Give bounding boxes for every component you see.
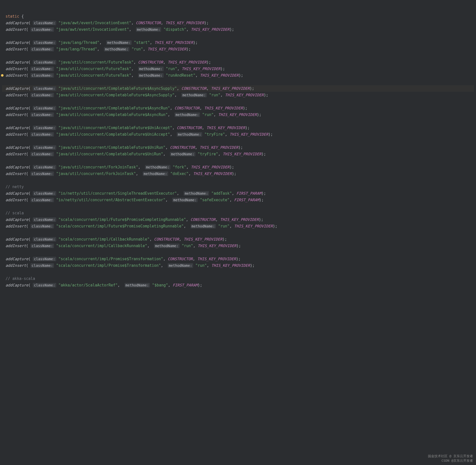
code-line: addCapture( className: "scala/concurrent… [2,236,474,243]
string-literal: "java/lang/Thread" [56,47,97,51]
string-literal: "safeExecute" [200,198,229,202]
param-label-classname: className: [31,244,54,248]
param-label-classname: className: [33,257,56,261]
code-line: addCapture( className: "java/util/concur… [2,125,474,131]
string-literal: "java/util/concurrent/FutureTask" [56,67,131,71]
string-literal: "scala/concurrent/impl/Promise$Transform… [58,257,163,261]
param-label-classname: className: [33,191,56,196]
param-label-methodname: methodName: [136,27,161,32]
code-line [2,203,474,210]
string-literal: "run" [132,47,143,51]
constant-provider: THIS_KEY_PROVIDER [198,244,236,248]
code-line [2,157,474,164]
constant-provider: THIS_KEY_PROVIDER [204,106,243,110]
param-label-methodname: methodName: [104,47,129,51]
constant-provider: THIS_KEY_PROVIDER [191,165,230,169]
code-line: addCapture( className: "scala/concurrent… [2,256,474,262]
string-literal: "java/util/concurrent/CompletableFuture$… [58,86,177,91]
code-line: // netty [2,184,474,190]
string-literal: "runAndReset" [166,73,195,78]
function-call: addCapture [6,126,28,130]
param-label-methodname: methodName: [154,244,180,248]
code-line [2,52,474,59]
function-call: addInsert [6,171,26,176]
string-literal: "$bang" [152,283,168,287]
constant-provider: THIS_KEY_PROVIDER [200,145,239,150]
param-label-classname: className: [33,40,56,45]
function-call: addCapture [6,60,28,65]
string-literal: "scala/concurrent/impl/CallbackRunnable" [56,244,147,248]
param-label-methodname: methodName: [125,283,150,287]
string-literal: "java/util/concurrent/CompletableFuture$… [56,132,170,137]
gutter-bulb-icon[interactable] [1,74,4,77]
string-literal: "io/netty/util/concurrent/SingleThreadEv… [58,191,177,196]
param-label-classname: className: [33,60,56,65]
constant-provider: THIS_KEY_PROVIDER [182,67,221,71]
string-literal: "addTask" [211,191,232,196]
code-editor[interactable]: static {addCapture( className: "java/awt… [0,0,476,297]
param-label-methodname: methodName: [106,40,132,45]
constant-provider: THIS_KEY_PROVIDER [165,21,204,25]
function-call: addInsert [6,73,26,78]
constant-constructor: CONSTRUCTOR [168,257,193,261]
string-literal: "akka/actor/ScalaActorRef" [58,283,118,287]
string-literal: "run" [195,263,207,268]
string-literal: "run" [218,224,229,228]
code-line [2,269,474,275]
param-label-classname: className: [33,165,56,169]
code-comment: // netty [6,185,24,189]
string-literal: "java/util/concurrent/CompletableFuture$… [58,145,165,150]
param-label-classname: className: [31,152,54,156]
constant-provider: FIRST_PARAM [236,191,261,196]
string-literal: "scala/concurrent/impl/Future$PromiseCom… [58,217,186,222]
constant-provider: THIS_KEY_PROVIDER [211,263,250,268]
function-call: addInsert [6,47,26,51]
param-label-classname: className: [31,112,54,117]
param-label-classname: className: [33,237,56,242]
function-call: addInsert [6,132,26,137]
string-literal: "java/util/concurrent/FutureTask" [58,60,134,65]
param-label-classname: className: [31,224,54,228]
function-call: addCapture [6,40,28,45]
constant-constructor: CONSTRUCTOR [170,145,195,150]
function-call: addInsert [6,198,26,202]
code-line: addCapture( className: "java/lang/Thread… [2,39,474,46]
string-literal: "java/util/concurrent/CompletableFuture$… [58,126,172,130]
function-call: addCapture [6,237,28,242]
param-label-classname: className: [33,145,56,150]
code-line: // akka-scala [2,275,474,282]
param-label-classname: className: [31,47,54,51]
constant-provider: THIS_KEY_PROVIDER [206,126,245,130]
string-literal: "dispatch" [164,27,186,32]
string-literal: "run" [182,244,193,248]
string-literal: "scala/concurrent/impl/Future$PromiseCom… [56,224,184,228]
constant-constructor: CONSTRUCTOR [154,237,179,242]
string-literal: "java/util/concurrent/CompletableFuture$… [56,152,163,156]
string-literal: "io/netty/util/concurrent/AbstractEventE… [56,198,165,202]
function-call: addCapture [6,191,28,196]
param-label-classname: className: [33,21,56,25]
function-call: addCapture [6,145,28,150]
string-literal: "doExec" [170,171,189,176]
function-call: addCapture [6,283,28,287]
constant-provider: THIS_KEY_PROVIDER [200,73,239,78]
string-literal: "run" [166,67,177,71]
param-label-classname: className: [33,106,56,110]
string-literal: "java/util/concurrent/ForkJoinTask" [56,171,136,176]
code-line: addInsert( className: "java/util/concurr… [2,131,474,138]
constant-provider: THIS_KEY_PROVIDER [168,60,206,65]
string-literal: "tryFire" [198,152,218,156]
constant-provider: FIRST_PARAM [234,198,259,202]
code-line: addCapture( className: "java/util/concur… [2,105,474,111]
code-line: addCapture( className: "java/util/concur… [2,164,474,170]
param-label-classname: className: [33,86,56,91]
keyword-static: static [6,14,19,19]
function-call: addCapture [6,86,28,91]
function-call: addCapture [6,257,28,261]
function-call: addInsert [6,67,26,71]
constant-constructor: CONSTRUCTOR [138,60,163,65]
string-literal: "scala/concurrent/impl/CallbackRunnable" [58,237,150,242]
param-label-methodname: methodName: [170,152,195,156]
constant-provider: THIS_KEY_PROVIDER [225,93,264,97]
code-line: addCapture( className: "java/awt/event/I… [2,20,474,26]
